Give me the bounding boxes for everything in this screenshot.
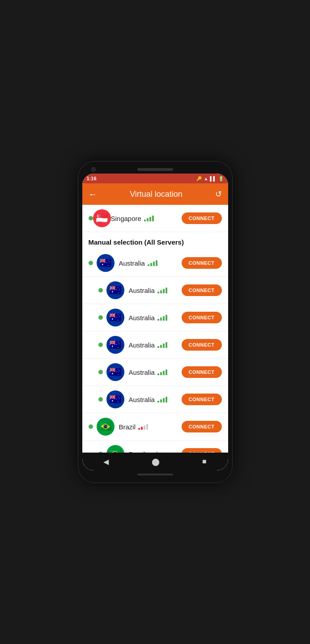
battery-icon: 🔋 bbox=[218, 176, 224, 181]
status-dot-7 bbox=[89, 424, 93, 429]
singapore-flag: 🇸🇬 bbox=[93, 209, 111, 227]
australia-flag-4: 🇦🇺 bbox=[106, 336, 124, 354]
australia-flag-3: 🇦🇺 bbox=[106, 309, 124, 326]
australia-name-5: Australia bbox=[129, 369, 182, 376]
server-row-1: 🇦🇺 Australia CONNECT bbox=[82, 250, 228, 277]
status-time: 1:16 bbox=[87, 176, 97, 181]
australia-flag-6: 🇦🇺 bbox=[106, 390, 124, 408]
australia-name-1: Australia bbox=[119, 259, 182, 267]
connect-button-1[interactable]: CONNECT bbox=[182, 257, 222, 269]
phone-device: 1:16 🔑 ▲ ▌▌ 🔋 ← Virtual location ↺ 🇸🇬 Si… bbox=[78, 161, 233, 483]
status-dot-2 bbox=[98, 288, 103, 292]
connect-button-7[interactable]: CONNECT bbox=[182, 421, 222, 432]
signal-5 bbox=[157, 369, 167, 375]
status-dot-4 bbox=[98, 343, 103, 347]
phone-screen: 1:16 🔑 ▲ ▌▌ 🔋 ← Virtual location ↺ 🇸🇬 Si… bbox=[82, 174, 228, 470]
nav-back-button[interactable]: ◀ bbox=[103, 458, 109, 466]
signal-3 bbox=[157, 314, 167, 321]
australia-flag-5: 🇦🇺 bbox=[106, 363, 124, 381]
singapore-signal bbox=[144, 215, 154, 221]
app-header: ← Virtual location ↺ bbox=[82, 183, 228, 205]
server-row-4: 🇦🇺 Australia CONNECT bbox=[82, 331, 228, 359]
connect-button-8[interactable]: CONNECT bbox=[182, 448, 222, 453]
signal-6 bbox=[157, 396, 167, 402]
phone-bottom bbox=[82, 470, 228, 479]
connect-button-6[interactable]: CONNECT bbox=[182, 394, 222, 405]
australia-name-6: Australia bbox=[129, 396, 182, 403]
brazil-name-1: Brazil bbox=[119, 423, 182, 431]
phone-notch bbox=[82, 165, 228, 174]
australia-name-2: Australia bbox=[129, 287, 182, 294]
signal-icon: ▌▌ bbox=[210, 176, 216, 181]
server-row-3: 🇦🇺 Australia CONNECT bbox=[82, 304, 228, 331]
bottom-nav: ◀ ⬤ ■ bbox=[82, 453, 228, 470]
signal-7 bbox=[138, 424, 148, 430]
status-dot-1 bbox=[89, 261, 93, 265]
australia-flag-2: 🇦🇺 bbox=[106, 281, 124, 299]
manual-section-header: Manual selection (All Servers) bbox=[82, 232, 228, 250]
status-bar: 1:16 🔑 ▲ ▌▌ 🔋 bbox=[82, 174, 228, 183]
camera bbox=[91, 167, 96, 172]
server-row-2: 🇦🇺 Australia CONNECT bbox=[82, 277, 228, 304]
nav-recents-button[interactable]: ■ bbox=[202, 458, 207, 466]
page-title: Virtual location bbox=[130, 190, 183, 199]
status-dot-3 bbox=[98, 315, 103, 320]
connect-button-4[interactable]: CONNECT bbox=[182, 339, 222, 351]
vpn-key-icon: 🔑 bbox=[196, 176, 202, 181]
speaker bbox=[137, 168, 173, 171]
wifi-icon: ▲ bbox=[204, 176, 208, 181]
connect-button-5[interactable]: CONNECT bbox=[182, 366, 222, 378]
singapore-name: Singapore bbox=[111, 215, 182, 222]
bottom-bar bbox=[137, 474, 173, 475]
singapore-connect-button[interactable]: CONNECT bbox=[182, 212, 222, 224]
status-dot-singapore bbox=[89, 216, 93, 220]
server-row-5: 🇦🇺 Australia CONNECT bbox=[82, 359, 228, 386]
server-row-6: 🇦🇺 Australia CONNECT bbox=[82, 386, 228, 413]
signal-1 bbox=[148, 260, 157, 266]
nav-home-button[interactable]: ⬤ bbox=[152, 458, 160, 466]
singapore-row: 🇸🇬 Singapore CONNECT bbox=[82, 205, 228, 232]
status-icons: 🔑 ▲ ▌▌ 🔋 bbox=[196, 176, 223, 181]
signal-2 bbox=[157, 287, 167, 293]
status-dot-6 bbox=[98, 397, 103, 402]
refresh-button[interactable]: ↺ bbox=[215, 189, 222, 199]
australia-flag-1: 🇦🇺 bbox=[97, 254, 115, 272]
brazil-flag-1: 🇧🇷 bbox=[97, 418, 115, 436]
server-row-7: 🇧🇷 Brazil CONNECT bbox=[82, 413, 228, 441]
connect-button-2[interactable]: CONNECT bbox=[182, 284, 222, 296]
server-row-8: 🇧🇷 Brazil CONNECT bbox=[82, 441, 228, 453]
content-area: 🇸🇬 Singapore CONNECT Manual selection (A… bbox=[82, 205, 228, 453]
connect-button-3[interactable]: CONNECT bbox=[182, 312, 222, 323]
signal-4 bbox=[157, 342, 167, 348]
australia-name-3: Australia bbox=[129, 314, 182, 322]
back-button[interactable]: ← bbox=[89, 189, 98, 199]
brazil-flag-2: 🇧🇷 bbox=[106, 445, 124, 453]
australia-name-4: Australia bbox=[129, 341, 182, 349]
status-dot-5 bbox=[98, 370, 103, 374]
